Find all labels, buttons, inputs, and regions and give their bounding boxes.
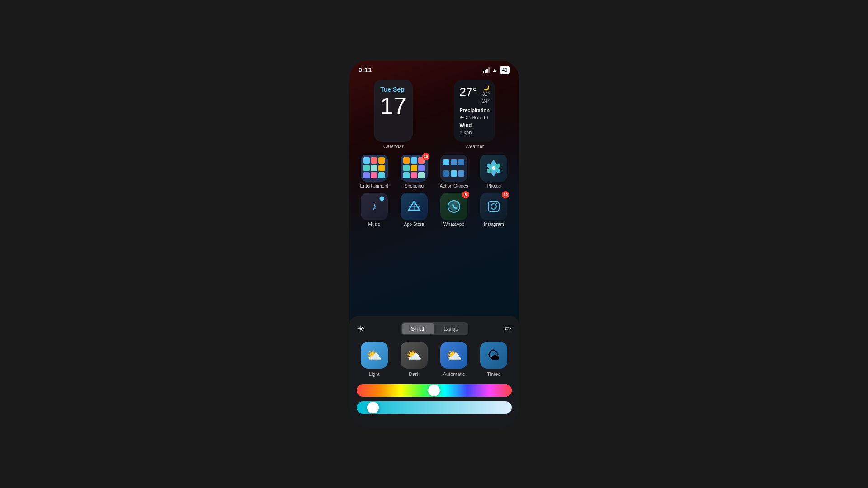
weather-widget-container: 27° 🌙 ↑32° ↓24° Precipitation 🌧 35% in 4… xyxy=(436,80,514,149)
svg-point-11 xyxy=(491,204,496,209)
photos-svg xyxy=(486,160,502,176)
home-screen: Tue Sep 17 Calendar 27° 🌙 xyxy=(349,76,519,239)
music-icon: ♪ ⬤ xyxy=(361,193,388,220)
app-photos[interactable]: Photos xyxy=(476,155,511,188)
theme-light-label: Light xyxy=(369,371,380,377)
signal-icon xyxy=(483,67,490,73)
appstore-icon xyxy=(401,193,428,220)
blue-thumb[interactable] xyxy=(367,402,379,413)
whatsapp-label: WhatsApp xyxy=(443,222,464,227)
widgets-row: Tue Sep 17 Calendar 27° 🌙 xyxy=(355,80,514,149)
app-music[interactable]: ♪ ⬤ Music xyxy=(357,193,392,227)
svg-point-12 xyxy=(496,202,498,204)
svg-rect-10 xyxy=(488,201,499,212)
entertainment-icon xyxy=(361,155,388,182)
theme-dark-icon: ⛅ xyxy=(401,342,428,369)
size-tabs: Small Large xyxy=(401,322,469,335)
status-bar: 9:11 ▲ 49 xyxy=(349,61,519,76)
color-sliders xyxy=(357,384,512,414)
app-action-games[interactable]: Action Games xyxy=(436,155,472,188)
theme-options: ⛅ Light ⛅ Dark ⛅ Automatic xyxy=(357,342,512,377)
rainbow-slider[interactable] xyxy=(357,384,512,397)
app-grid-row1: Entertainment 10 xyxy=(355,155,514,188)
calendar-widget-container: Tue Sep 17 Calendar xyxy=(355,80,433,149)
theme-tinted-label: Tinted xyxy=(487,371,500,377)
theme-automatic-label: Automatic xyxy=(443,371,465,377)
app-appstore[interactable]: App Store xyxy=(396,193,432,227)
app-shopping[interactable]: 10 Shopping xyxy=(396,155,432,188)
theme-dark[interactable]: ⛅ Dark xyxy=(396,342,432,377)
blue-slider[interactable] xyxy=(357,401,512,414)
shopping-badge: 10 xyxy=(422,153,429,160)
app-instagram[interactable]: 12 Instagram xyxy=(476,193,511,227)
calendar-day: 17 xyxy=(380,94,406,117)
tab-large[interactable]: Large xyxy=(434,323,467,334)
weather-hilow: 🌙 ↑32° ↓24° xyxy=(480,85,490,105)
whatsapp-badge: 5 xyxy=(462,191,469,198)
customize-panel: ☀ Small Large ✏ ⛅ Light ⛅ Dark xyxy=(349,316,519,427)
theme-tinted-icon: 🌤 xyxy=(480,342,507,369)
whatsapp-svg xyxy=(446,199,462,214)
appstore-svg xyxy=(407,199,421,214)
photos-label: Photos xyxy=(487,183,501,188)
calendar-label: Calendar xyxy=(383,144,404,149)
weather-wind: Wind 8 kph xyxy=(459,122,490,136)
instagram-svg xyxy=(486,199,501,214)
app-whatsapp[interactable]: 5 WhatsApp xyxy=(436,193,472,227)
svg-point-6 xyxy=(492,166,495,170)
calendar-month: Tue Sep xyxy=(380,86,406,93)
music-label: Music xyxy=(368,222,380,227)
rainbow-thumb[interactable] xyxy=(428,385,440,396)
theme-light[interactable]: ⛅ Light xyxy=(357,342,392,377)
weather-label: Weather xyxy=(465,144,484,149)
theme-light-icon: ⛅ xyxy=(361,342,388,369)
weather-widget[interactable]: 27° 🌙 ↑32° ↓24° Precipitation 🌧 35% in 4… xyxy=(454,80,495,142)
theme-automatic-icon: ⛅ xyxy=(440,342,467,369)
eyedropper-icon[interactable]: ✏ xyxy=(505,324,511,334)
weather-precipitation: Precipitation 🌧 35% in 4d xyxy=(459,107,490,122)
sun-icon[interactable]: ☀ xyxy=(357,324,365,334)
theme-automatic[interactable]: ⛅ Automatic xyxy=(436,342,472,377)
tab-small[interactable]: Small xyxy=(402,323,435,334)
instagram-badge: 12 xyxy=(502,191,509,198)
theme-tinted[interactable]: 🌤 Tinted xyxy=(476,342,511,377)
panel-top-row: ☀ Small Large ✏ xyxy=(357,322,512,335)
shopping-label: Shopping xyxy=(405,183,424,188)
battery-indicator: 49 xyxy=(500,66,509,74)
appstore-label: App Store xyxy=(404,222,424,227)
weather-temp: 27° xyxy=(459,85,477,99)
entertainment-label: Entertainment xyxy=(360,183,388,188)
photos-icon xyxy=(480,155,507,182)
action-games-icon xyxy=(440,155,467,182)
status-icons: ▲ 49 xyxy=(483,66,509,74)
app-grid-row2: ♪ ⬤ Music App Store xyxy=(355,193,514,227)
calendar-widget[interactable]: Tue Sep 17 xyxy=(374,80,413,142)
wifi-icon: ▲ xyxy=(492,67,497,73)
action-games-label: Action Games xyxy=(440,183,468,188)
app-entertainment[interactable]: Entertainment xyxy=(357,155,392,188)
instagram-label: Instagram xyxy=(484,222,504,227)
status-time: 9:11 xyxy=(359,66,372,74)
theme-dark-label: Dark xyxy=(409,371,419,377)
